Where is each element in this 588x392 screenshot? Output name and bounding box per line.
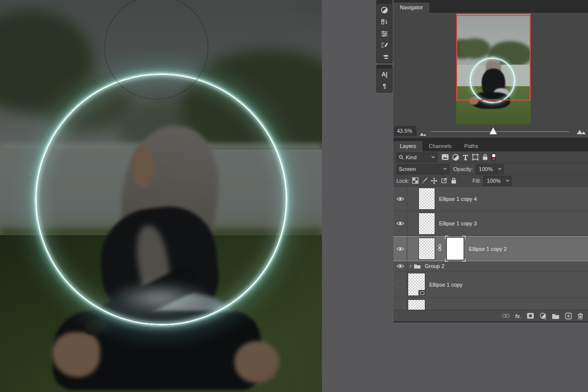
tab-channels[interactable]: Channels [422, 141, 458, 151]
blend-mode-value: Screen [399, 166, 416, 172]
tab-paths[interactable]: Paths [458, 141, 485, 151]
eye-icon [396, 221, 404, 226]
lock-all-icon[interactable] [451, 177, 457, 184]
layer-filter-row: Kind [393, 151, 588, 163]
layer-thumbnail[interactable] [418, 238, 435, 260]
visibility-toggle[interactable] [393, 261, 407, 271]
visibility-toggle[interactable] [393, 298, 407, 310]
visibility-toggle[interactable] [393, 187, 407, 211]
layer-name: Group 2 [425, 263, 444, 269]
layer-mask-thumbnail[interactable] [445, 236, 466, 262]
search-icon [399, 155, 404, 160]
layer-thumbnail[interactable] [408, 299, 425, 310]
clone-source-icon[interactable] [377, 16, 392, 27]
elliptical-selection-marching-ants[interactable] [104, 0, 208, 99]
dock-grip[interactable] [377, 65, 392, 69]
hidden-eye-checkbox [396, 281, 404, 288]
visibility-toggle[interactable] [393, 271, 407, 297]
layer-mask-link-icon[interactable] [438, 244, 442, 253]
lock-row: Lock: Fill: 100% [393, 175, 588, 187]
lock-transparency-icon[interactable] [412, 177, 418, 184]
document-canvas[interactable] [0, 0, 322, 392]
delete-layer-icon[interactable] [577, 313, 584, 319]
layers-tabbar: Layers Channels Paths [393, 139, 588, 151]
visibility-toggle[interactable] [393, 237, 407, 261]
blend-mode-dropdown[interactable]: Screen [396, 164, 449, 174]
opacity-dropdown-button[interactable] [496, 164, 504, 174]
chevron-down-icon [431, 156, 435, 158]
filter-adjustment-layers-icon[interactable] [452, 154, 459, 161]
tab-layers[interactable]: Layers [393, 141, 422, 151]
chevron-down-icon [498, 168, 502, 170]
lock-artboard-nesting-icon[interactable] [441, 177, 448, 184]
layer-row-ellipse-1-copy-3[interactable]: Ellipse 1 copy 3 [393, 211, 588, 236]
fill-dropdown-button[interactable] [504, 176, 512, 186]
layer-list: Ellipse 1 copy 4 Ellipse 1 copy 3 Ellips… [393, 187, 588, 310]
layer-thumbnail[interactable] [418, 213, 435, 235]
layer-name: Ellipse 1 copy 3 [439, 220, 477, 226]
eye-icon [396, 264, 404, 269]
character-panel-icon[interactable]: A| [377, 69, 392, 80]
opacity-label: Opacity: [453, 166, 473, 172]
brush-settings-icon[interactable] [377, 39, 392, 51]
zoom-in-icon[interactable] [576, 127, 587, 136]
zoom-slider-thumb[interactable] [490, 127, 497, 134]
navigator-zoom-row: 43.5% [393, 125, 588, 138]
dock-group-type: A| ¶ [376, 65, 392, 93]
chevron-down-icon [443, 168, 447, 170]
zoom-slider-track[interactable] [431, 131, 569, 132]
lock-image-pixels-icon[interactable] [421, 177, 428, 184]
fill-value[interactable]: 100% [483, 176, 504, 186]
dock-grip[interactable] [377, 0, 392, 4]
adjustments-icon[interactable] [377, 4, 392, 16]
filter-type-layers-icon[interactable] [463, 154, 468, 160]
navigator-tabbar: Navigator [393, 0, 588, 13]
panel-dock: A| ¶ [376, 0, 392, 94]
brushes-icon[interactable] [377, 51, 392, 63]
shape-layer-badge-icon [418, 290, 425, 296]
hidden-eye-checkbox [396, 304, 404, 310]
layers-panel: Layers Channels Paths Kind Screen Opacit… [393, 139, 588, 322]
zoom-percent-field[interactable]: 43.5% [394, 126, 416, 136]
filter-kind-dropdown[interactable]: Kind [396, 152, 438, 162]
layer-name: Ellipse 1 copy [429, 282, 463, 288]
layer-row-partial[interactable] [393, 298, 588, 310]
layer-name: Ellipse 1 copy 2 [469, 246, 507, 252]
visibility-toggle[interactable] [393, 211, 407, 236]
navigator-view-box[interactable] [456, 15, 531, 100]
layer-style-icon[interactable]: fx. [515, 313, 521, 319]
add-layer-mask-icon[interactable] [527, 313, 534, 319]
filter-smart-objects-icon[interactable] [482, 154, 488, 160]
link-layers-icon[interactable] [502, 314, 510, 318]
layer-thumbnail[interactable] [418, 188, 435, 210]
eye-icon [396, 246, 404, 251]
layer-row-ellipse-1-copy-4[interactable]: Ellipse 1 copy 4 [393, 187, 588, 211]
layer-row-ellipse-1-copy-2[interactable]: Ellipse 1 copy 2 [393, 236, 588, 261]
layer-row-ellipse-1-copy[interactable]: Ellipse 1 copy [393, 271, 588, 298]
paragraph-panel-icon[interactable]: ¶ [377, 80, 392, 92]
chevron-down-icon [506, 179, 510, 182]
new-layer-icon[interactable] [565, 313, 572, 319]
lock-position-icon[interactable] [431, 177, 438, 184]
opacity-value[interactable]: 100% [475, 164, 496, 174]
layer-name: Ellipse 1 copy 4 [439, 196, 477, 202]
eye-icon [396, 196, 404, 201]
zoom-out-icon[interactable] [419, 129, 427, 138]
filter-shape-layers-icon[interactable] [472, 154, 479, 160]
lock-label: Lock: [396, 178, 409, 184]
dock-group-top [376, 0, 392, 63]
navigator-panel: Navigator 43.5% [393, 0, 588, 139]
properties-icon[interactable] [377, 27, 392, 39]
filter-toggle-switch[interactable] [491, 153, 496, 161]
filter-kind-label: Kind [406, 154, 416, 160]
filter-pixel-layers-icon[interactable] [441, 154, 449, 160]
blend-row: Screen Opacity: 100% [393, 163, 588, 175]
group-disclosure-icon[interactable]: › [410, 263, 412, 270]
fill-label: Fill: [472, 178, 481, 184]
tab-navigator[interactable]: Navigator [393, 2, 429, 13]
layer-thumbnail[interactable] [408, 273, 425, 296]
folder-icon [414, 263, 421, 269]
new-group-icon[interactable] [552, 313, 560, 319]
layer-row-group-2[interactable]: › Group 2 [393, 261, 588, 271]
new-adjustment-layer-icon[interactable] [539, 313, 546, 319]
